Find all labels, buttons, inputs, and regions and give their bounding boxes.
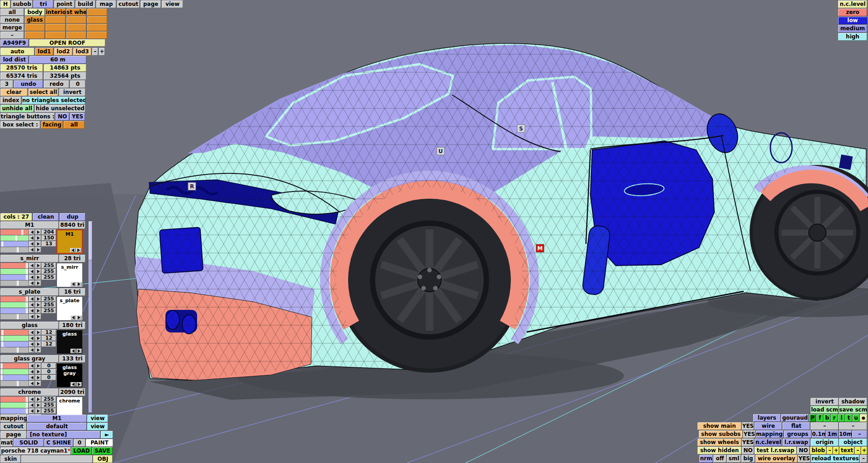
show-subobs-value[interactable]: YES — [743, 430, 755, 438]
spin-left-icon[interactable] — [29, 296, 35, 302]
box-select-all[interactable]: all — [64, 121, 85, 129]
flag-r-button[interactable]: r — [831, 414, 838, 422]
triangle-buttons-no[interactable]: NO — [56, 113, 69, 121]
green-slider[interactable] — [0, 402, 28, 408]
select-all-button[interactable]: select all — [28, 89, 58, 96]
unhide-all-button[interactable]: unhide all — [0, 105, 34, 112]
menu-view[interactable]: view — [162, 0, 183, 8]
material-name[interactable]: s_plate — [0, 288, 59, 296]
subob-variant[interactable]: OPEN ROOF — [29, 39, 105, 47]
obj-button[interactable]: OBJ — [93, 455, 113, 463]
skin-value[interactable] — [21, 455, 93, 463]
undo-button[interactable]: undo — [14, 80, 43, 88]
cutout-view-button[interactable]: view — [87, 423, 108, 430]
blue-slider[interactable] — [0, 408, 28, 414]
mappings-button[interactable]: mappings — [756, 430, 783, 438]
triangle-buttons-yes[interactable]: YES — [70, 113, 85, 121]
subob-empty-cell[interactable] — [25, 32, 45, 39]
subob-none[interactable]: none — [0, 16, 24, 23]
lod-3[interactable]: lod3 — [73, 48, 91, 56]
save-button[interactable]: SAVE — [92, 447, 113, 455]
nc-low[interactable]: low — [838, 17, 867, 24]
dup-button[interactable]: dup — [60, 213, 85, 221]
hide-unselected-button[interactable]: hide unselected — [35, 105, 85, 112]
swatch-next-icon[interactable] — [76, 248, 81, 253]
skin-button[interactable]: skin — [0, 455, 21, 463]
lod-dist-value[interactable]: 60 m — [29, 56, 86, 64]
spin-left-icon[interactable] — [29, 336, 35, 341]
spin-left-icon[interactable] — [29, 241, 35, 247]
red-slider[interactable] — [0, 296, 28, 302]
material-scrollbar[interactable] — [89, 221, 92, 413]
menu-point[interactable]: point — [54, 0, 75, 8]
invert-button[interactable]: invert — [59, 89, 85, 96]
object-button[interactable]: object — [839, 439, 867, 446]
invert-scm-button[interactable]: invert — [811, 398, 839, 406]
spin-right-icon[interactable] — [35, 341, 41, 347]
origin-button[interactable]: origin — [811, 439, 839, 446]
spin-right-icon[interactable] — [35, 330, 41, 335]
flag-u-button[interactable]: u — [853, 414, 859, 422]
show-main-button[interactable]: show main — [698, 422, 741, 430]
scale-01m-button[interactable]: 0.1m — [812, 430, 826, 438]
subob-empty-cell[interactable] — [25, 24, 45, 31]
subob-empty-cell[interactable] — [87, 16, 107, 23]
mapping-value[interactable]: M1 — [27, 415, 87, 422]
subob-body[interactable]: body — [25, 9, 45, 16]
reload-dash-button[interactable]: – — [860, 455, 867, 463]
blue-slider[interactable] — [0, 241, 28, 247]
material-name[interactable]: M1 — [0, 221, 59, 229]
extra-slider[interactable] — [0, 314, 28, 319]
spin-left-icon[interactable] — [29, 341, 35, 347]
extra-slider[interactable] — [0, 381, 28, 386]
scale-1m-button[interactable]: 1m — [826, 430, 839, 438]
wire-button[interactable]: wire — [755, 422, 782, 430]
subob-interio[interactable]: interio — [46, 9, 66, 16]
scale-dash-button[interactable]: – — [852, 430, 867, 438]
spin-left-icon[interactable] — [29, 275, 35, 280]
gouraud-button[interactable]: gouraud — [781, 414, 809, 422]
nrm-sml-button[interactable]: sml — [727, 455, 741, 463]
nrm-off-button[interactable]: off — [713, 455, 726, 463]
nc-high[interactable]: high — [838, 33, 867, 41]
spin-right-icon[interactable] — [35, 402, 41, 408]
menu-tri[interactable]: tri — [33, 0, 53, 8]
show-hidden-value[interactable]: NO — [742, 447, 754, 454]
spin-right-icon[interactable] — [35, 308, 41, 313]
file-name[interactable]: porsche 718 cayman1* — [0, 447, 71, 455]
spin-right-icon[interactable] — [35, 247, 41, 253]
groups-button[interactable]: groups — [784, 430, 811, 438]
extra-slider[interactable] — [0, 247, 28, 253]
flag-p-button[interactable]: P — [809, 414, 816, 422]
spin-left-icon[interactable] — [29, 369, 35, 374]
red-slider[interactable] — [0, 363, 28, 369]
show-hidden-button[interactable]: show hidden — [698, 447, 741, 454]
subob-empty-cell[interactable] — [66, 24, 86, 31]
swatch-prev-icon[interactable] — [71, 282, 76, 286]
extra-slider[interactable] — [0, 281, 28, 286]
spin-right-icon[interactable] — [35, 296, 41, 302]
flag-t-button[interactable]: t — [845, 414, 852, 422]
subob-empty-cell[interactable] — [66, 16, 86, 23]
show-wheels-value[interactable]: YES — [742, 439, 754, 446]
spin-left-icon[interactable] — [29, 302, 35, 308]
subob-empty-cell[interactable] — [87, 32, 107, 39]
menu-cutout[interactable]: cutout — [117, 0, 140, 8]
mapping-view-button[interactable]: view — [87, 415, 108, 422]
spin-right-icon[interactable] — [35, 314, 41, 319]
subob-color-code[interactable]: A949F9 — [0, 39, 28, 47]
swatch-next-icon[interactable] — [76, 315, 82, 320]
green-slider[interactable] — [0, 369, 28, 374]
clean-button[interactable]: clean — [33, 213, 59, 221]
subob-merge[interactable]: merge — [0, 24, 24, 31]
spin-left-icon[interactable] — [29, 363, 35, 369]
material-name[interactable]: glass — [0, 322, 59, 329]
nc-medium[interactable]: medium — [838, 25, 867, 33]
box-select-facing[interactable]: facing — [41, 121, 63, 129]
red-slider[interactable] — [0, 330, 28, 335]
spin-left-icon[interactable] — [29, 269, 35, 274]
test-lr-swap-button[interactable]: test l.r.swap — [755, 447, 797, 454]
spin-right-icon[interactable] — [35, 336, 41, 341]
spin-right-icon[interactable] — [35, 397, 41, 402]
marker-s[interactable]: S — [517, 125, 525, 132]
